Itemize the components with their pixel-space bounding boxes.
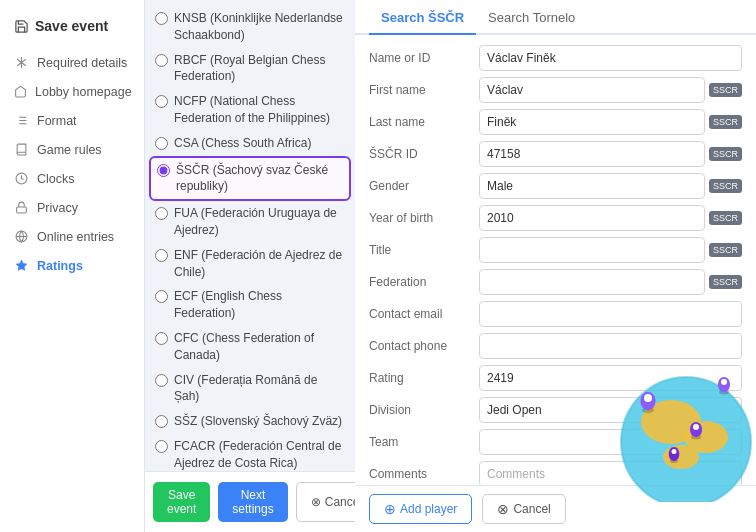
sidebar-label: Ratings — [37, 259, 83, 273]
federation-row: Federation SSCR — [369, 269, 742, 295]
division-row: Division — [369, 397, 742, 423]
contact-email-row: Contact email — [369, 301, 742, 327]
fed-item-fua[interactable]: FUA (Federación Uruguaya de Ajedrez) — [149, 201, 351, 243]
gender-input[interactable] — [479, 173, 705, 199]
division-input[interactable] — [479, 397, 742, 423]
fed-item-ssz[interactable]: SŠZ (Slovenský Šachový Zväz) — [149, 409, 351, 434]
fed-radio-sscr[interactable] — [157, 164, 170, 177]
title-label: Title — [369, 243, 479, 257]
sidebar-label: Required details — [37, 56, 127, 70]
sscr-badge-gender: SSCR — [709, 179, 742, 193]
contact-email-input[interactable] — [479, 301, 742, 327]
fed-radio-csa[interactable] — [155, 137, 168, 150]
fed-radio-enf[interactable] — [155, 249, 168, 262]
comments-input[interactable] — [479, 461, 742, 485]
fed-radio-rbcf[interactable] — [155, 54, 168, 67]
sidebar-label: Online entries — [37, 230, 114, 244]
fed-item-fcacr[interactable]: FCACR (Federación Central de Ajedrez de … — [149, 434, 351, 471]
last-name-label: Last name — [369, 115, 479, 129]
sidebar-header: Save event — [0, 12, 144, 48]
star-icon — [14, 258, 29, 273]
sidebar-item-lobby-homepage[interactable]: Lobby homepage — [0, 77, 144, 106]
fed-radio-ssz[interactable] — [155, 415, 168, 428]
cancel-icon: ⊗ — [497, 501, 509, 517]
search-tabs: Search ŠSČR Search Tornelo — [355, 0, 756, 35]
first-name-label: First name — [369, 83, 479, 97]
contact-phone-input[interactable] — [479, 333, 742, 359]
fed-item-csa[interactable]: CSA (Chess South Africa) — [149, 131, 351, 156]
sidebar-item-required-details[interactable]: Required details — [0, 48, 144, 77]
year-input[interactable] — [479, 205, 705, 231]
add-icon: ⊕ — [384, 501, 396, 517]
svg-rect-10 — [17, 207, 27, 213]
fed-item-sscr[interactable]: ŠSČR (Šachový svaz České republiky) — [149, 156, 351, 202]
right-cancel-button[interactable]: ⊗ Cancel — [482, 494, 565, 524]
team-row: Team — [369, 429, 742, 455]
federation-field-label: Federation — [369, 275, 479, 289]
add-player-label: Add player — [400, 502, 457, 516]
fed-radio-ncfp[interactable] — [155, 95, 168, 108]
sidebar-label: Lobby homepage — [35, 85, 132, 99]
federation-input[interactable] — [479, 269, 705, 295]
team-input[interactable] — [479, 429, 742, 455]
fed-radio-fua[interactable] — [155, 207, 168, 220]
right-footer: ⊕ Add player ⊗ Cancel — [355, 485, 756, 532]
sscr-badge-lastname: SSCR — [709, 115, 742, 129]
sidebar-item-privacy[interactable]: Privacy — [0, 193, 144, 222]
fed-item-cfc[interactable]: CFC (Chess Federation of Canada) — [149, 326, 351, 368]
globe-icon — [14, 229, 29, 244]
svg-marker-13 — [16, 260, 27, 270]
save-event-button[interactable]: Save event — [153, 482, 210, 522]
sidebar-title: Save event — [35, 18, 108, 34]
fed-radio-knsb[interactable] — [155, 12, 168, 25]
sidebar-label: Privacy — [37, 201, 78, 215]
division-label: Division — [369, 403, 479, 417]
federation-list: KNSB (Koninklijke Nederlandse Schaakbond… — [145, 0, 355, 471]
sidebar-item-clocks[interactable]: Clocks — [0, 164, 144, 193]
sscr-badge-federation: SSCR — [709, 275, 742, 289]
fed-item-enf[interactable]: ENF (Federación de Ajedrez de Chile) — [149, 243, 351, 285]
title-input[interactable] — [479, 237, 705, 263]
team-label: Team — [369, 435, 479, 449]
fed-radio-civ[interactable] — [155, 374, 168, 387]
sidebar-item-game-rules[interactable]: Game rules — [0, 135, 144, 164]
fed-item-rbcf[interactable]: RBCF (Royal Belgian Chess Federation) — [149, 48, 351, 90]
cancel-icon: ⊗ — [311, 495, 321, 509]
sscr-id-input[interactable] — [479, 141, 705, 167]
fed-radio-cfc[interactable] — [155, 332, 168, 345]
fed-item-civ[interactable]: CIV (Federația Română de Șah) — [149, 368, 351, 410]
search-form: Name or ID First name SSCR Last name SSC… — [355, 35, 756, 485]
name-or-id-input[interactable] — [479, 45, 742, 71]
tab-search-sscr[interactable]: Search ŠSČR — [369, 0, 476, 35]
add-player-button[interactable]: ⊕ Add player — [369, 494, 472, 524]
last-name-input[interactable] — [479, 109, 705, 135]
fed-radio-fcacr[interactable] — [155, 440, 168, 453]
sidebar-item-ratings[interactable]: Ratings — [0, 251, 144, 280]
first-name-row: First name SSCR — [369, 77, 742, 103]
contact-email-label: Contact email — [369, 307, 479, 321]
sscr-id-label: ŠSČR ID — [369, 147, 479, 161]
name-or-id-label: Name or ID — [369, 51, 479, 65]
sidebar-item-online-entries[interactable]: Online entries — [0, 222, 144, 251]
rating-label: Rating — [369, 371, 479, 385]
asterisk-icon — [14, 55, 29, 70]
fed-item-ncfp[interactable]: NCFP (National Chess Federation of the P… — [149, 89, 351, 131]
sidebar-item-format[interactable]: Format — [0, 106, 144, 135]
federation-panel: KNSB (Koninklijke Nederlandse Schaakbond… — [145, 0, 355, 532]
comments-row: Comments — [369, 461, 742, 485]
rating-input[interactable] — [479, 365, 742, 391]
sscr-badge-title: SSCR — [709, 243, 742, 257]
tab-search-tornelo[interactable]: Search Tornelo — [476, 0, 587, 35]
fed-item-ecf[interactable]: ECF (English Chess Federation) — [149, 284, 351, 326]
comments-label: Comments — [369, 467, 479, 481]
sscr-badge-firstname: SSCR — [709, 83, 742, 97]
name-or-id-row: Name or ID — [369, 45, 742, 71]
title-row: Title SSCR — [369, 237, 742, 263]
fed-item-knsb[interactable]: KNSB (Koninklijke Nederlandse Schaakbond… — [149, 6, 351, 48]
next-settings-button[interactable]: Next settings — [218, 482, 287, 522]
cancel-button[interactable]: ⊗ Cancel — [296, 482, 355, 522]
fed-radio-ecf[interactable] — [155, 290, 168, 303]
clock-icon — [14, 171, 29, 186]
first-name-input[interactable] — [479, 77, 705, 103]
contact-phone-row: Contact phone — [369, 333, 742, 359]
